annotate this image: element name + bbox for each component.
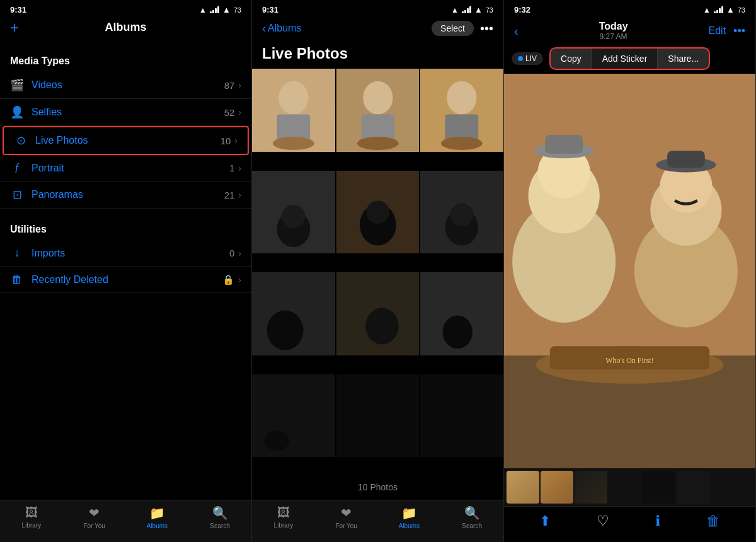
- album-row-recently-deleted[interactable]: 🗑 Recently Deleted 🔒 ›: [0, 267, 251, 293]
- chevron-icon: ›: [238, 163, 241, 173]
- photo-title-block: Today 9:27 AM: [599, 21, 628, 41]
- for-you-tab-label: For You: [83, 522, 105, 529]
- recently-deleted-label: Recently Deleted: [32, 274, 222, 285]
- recently-deleted-count: 🔒: [222, 274, 234, 285]
- strip-thumb[interactable]: [677, 471, 709, 504]
- chevron-icon: ›: [238, 190, 241, 200]
- tab-for-you-p2[interactable]: ❤ For You: [315, 505, 378, 529]
- select-button[interactable]: Select: [432, 21, 474, 36]
- photo-cell[interactable]: [420, 374, 503, 458]
- search-tab-icon-p2: 🔍: [464, 505, 480, 521]
- back-label-p2: Albums: [268, 23, 301, 34]
- photo-detail-header: ‹ Today 9:27 AM Edit •••: [504, 17, 755, 43]
- heart-icon[interactable]: ♡: [597, 513, 609, 529]
- library-tab-icon-p2: 🖼: [277, 505, 290, 520]
- wifi-icon-p3: ▲: [726, 5, 735, 14]
- videos-label: Videos: [32, 79, 224, 91]
- photo-cell[interactable]: [420, 171, 503, 254]
- album-row-videos[interactable]: 🎬 Videos 87 ›: [0, 72, 251, 99]
- tab-library-p1[interactable]: 🖼 Library: [0, 505, 63, 529]
- more-button-p2[interactable]: •••: [480, 21, 493, 36]
- add-sticker-button[interactable]: Add Sticker: [592, 49, 658, 69]
- page-title-albums: Albums: [105, 21, 146, 34]
- panel-live-photos: 9:31 ▲ ▲ 73 ‹ Albums Select ••• Live Pho…: [252, 0, 504, 542]
- photo-detail-bottom-bar: ⬆ ♡ ℹ 🗑: [504, 506, 755, 542]
- tab-albums-p1[interactable]: 📁 Albums: [126, 505, 189, 529]
- photo-cell[interactable]: [252, 69, 335, 152]
- wifi-icon-p2: ▲: [474, 5, 483, 14]
- strip-thumb[interactable]: [643, 471, 675, 504]
- photo-cell[interactable]: [336, 374, 420, 458]
- panel-albums: 9:31 ▲ ▲ 73 + Albums Media Types 🎬 Video…: [0, 0, 252, 542]
- copy-button[interactable]: Copy: [551, 49, 592, 69]
- live-photos-count: 10: [220, 136, 231, 146]
- svg-rect-27: [252, 374, 335, 458]
- live-badge[interactable]: LIV: [512, 52, 543, 65]
- photo-cell[interactable]: [336, 69, 420, 152]
- chevron-icon: ›: [238, 80, 241, 90]
- status-icons-p3: ▲ ▲ 73: [703, 5, 745, 14]
- tab-for-you-p1[interactable]: ❤ For You: [63, 505, 126, 529]
- search-tab-icon: 🔍: [212, 505, 228, 521]
- photo-cell[interactable]: [252, 374, 335, 458]
- add-button[interactable]: +: [10, 19, 19, 37]
- live-photos-header: ‹ Albums Select •••: [252, 17, 503, 42]
- svg-text:Who's On First!: Who's On First!: [605, 356, 653, 365]
- delete-icon[interactable]: 🗑: [706, 513, 720, 529]
- photo-cell[interactable]: [420, 69, 503, 152]
- back-button-p2[interactable]: ‹ Albums: [262, 22, 301, 35]
- time-p2: 9:31: [262, 5, 278, 14]
- back-button-p3[interactable]: ‹: [514, 24, 518, 38]
- svg-point-20: [450, 203, 474, 226]
- photo-count: 10 Photos: [252, 475, 503, 500]
- strip-thumb[interactable]: [541, 471, 573, 504]
- live-photos-label: Live Photos: [35, 135, 220, 146]
- status-bar-p3: 9:32 ▲ ▲ 73: [504, 0, 755, 17]
- main-photo-view[interactable]: Who's On First!: [504, 74, 755, 468]
- status-icons-p2: ▲ ▲ 73: [451, 5, 493, 14]
- live-photos-title: Live Photos: [252, 42, 503, 69]
- for-you-tab-icon-p2: ❤: [341, 505, 352, 521]
- album-row-panoramas[interactable]: ⊡ Panoramas 21 ›: [0, 182, 251, 209]
- album-row-portrait[interactable]: ƒ Portrait 1 ›: [0, 155, 251, 182]
- info-icon[interactable]: ℹ: [655, 513, 660, 529]
- more-button-p3[interactable]: •••: [733, 25, 745, 38]
- tab-search-p2[interactable]: 🔍 Search: [440, 505, 503, 529]
- tab-search-p1[interactable]: 🔍 Search: [188, 505, 251, 529]
- p2-actions: Select •••: [432, 21, 493, 36]
- share-button[interactable]: Share...: [658, 49, 709, 69]
- share-icon[interactable]: ⬆: [539, 513, 551, 529]
- strip-thumb[interactable]: [575, 471, 607, 504]
- albums-content: Media Types 🎬 Videos 87 › 👤 Selfies 52 ›…: [0, 40, 251, 500]
- photo-cell[interactable]: [420, 272, 503, 355]
- photo-cell[interactable]: [336, 171, 420, 254]
- status-bar-p1: 9:31 ▲ ▲ 73: [0, 0, 251, 17]
- selfies-label: Selfies: [32, 107, 224, 118]
- panoramas-label: Panoramas: [32, 189, 224, 200]
- tab-albums-p2[interactable]: 📁 Albums: [378, 505, 441, 529]
- edit-button[interactable]: Edit: [709, 25, 726, 37]
- status-icons-p1: ▲ ▲ 73: [199, 5, 241, 14]
- status-bar-p2: 9:31 ▲ ▲ 73: [252, 0, 503, 17]
- photo-cell[interactable]: [252, 272, 335, 355]
- live-photos-icon: ⊙: [14, 134, 28, 147]
- tab-library-p2[interactable]: 🖼 Library: [252, 505, 315, 529]
- photo-cell[interactable]: [336, 272, 420, 355]
- tab-bar-p1: 🖼 Library ❤ For You 📁 Albums 🔍 Search: [0, 500, 251, 542]
- svg-point-26: [443, 315, 472, 349]
- svg-rect-40: [667, 151, 705, 168]
- strip-thumb[interactable]: [507, 471, 539, 504]
- battery-p3: 73: [738, 6, 745, 14]
- svg-point-28: [265, 430, 289, 451]
- portrait-label: Portrait: [32, 163, 229, 174]
- photo-cell[interactable]: [252, 171, 335, 254]
- wifi-icon-p1: ▲: [222, 5, 231, 14]
- imports-icon: ↓: [10, 246, 24, 260]
- strip-thumb[interactable]: [609, 471, 641, 504]
- selfie-icon: 👤: [10, 105, 24, 119]
- album-row-selfies[interactable]: 👤 Selfies 52 ›: [0, 99, 251, 126]
- album-row-imports[interactable]: ↓ Imports 0 ›: [0, 240, 251, 267]
- album-row-live-photos[interactable]: ⊙ Live Photos 10 ›: [3, 126, 249, 155]
- svg-point-3: [273, 137, 314, 150]
- tab-bar-p2: 🖼 Library ❤ For You 📁 Albums 🔍 Search: [252, 500, 503, 542]
